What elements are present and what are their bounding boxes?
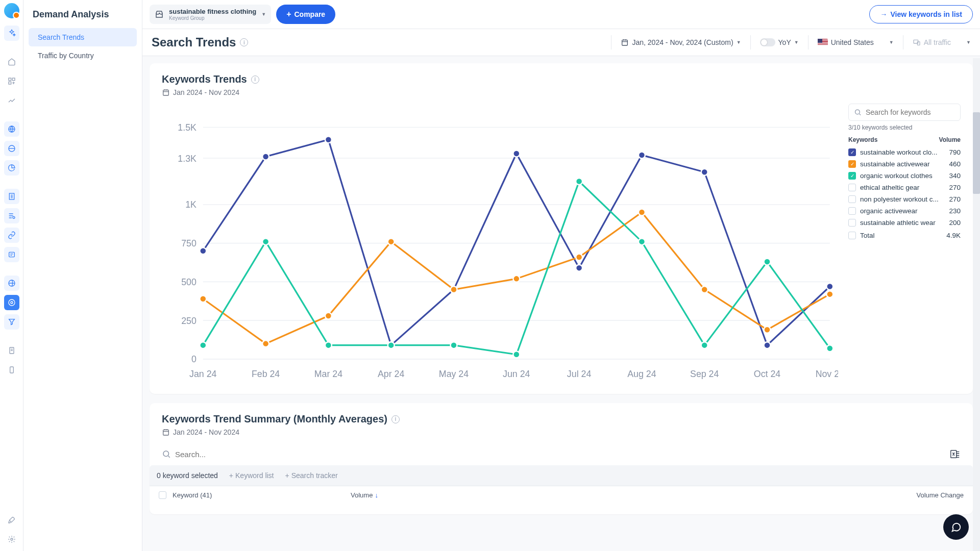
- funnel-icon[interactable]: [4, 314, 19, 330]
- keyword-search[interactable]: [848, 104, 961, 121]
- svg-point-68: [388, 342, 395, 348]
- toggle-switch[interactable]: [760, 38, 775, 46]
- keyword-name: sustainable fitness clothing: [169, 8, 256, 15]
- calendar-icon: [162, 428, 170, 436]
- apps-icon[interactable]: [4, 73, 19, 89]
- svg-point-45: [325, 136, 332, 143]
- building-icon[interactable]: [4, 189, 19, 204]
- legend-label: sustainable activewear: [860, 160, 945, 168]
- checkbox[interactable]: [848, 195, 856, 203]
- globe-icon[interactable]: [4, 121, 19, 137]
- svg-point-60: [576, 254, 582, 260]
- selected-count: 3/10 keywords selected: [848, 124, 961, 131]
- svg-rect-17: [163, 90, 169, 95]
- svg-point-55: [262, 340, 269, 347]
- link-icon[interactable]: [4, 228, 19, 243]
- scrollbar-thumb[interactable]: [973, 112, 980, 194]
- checkbox[interactable]: [848, 184, 856, 191]
- checkbox[interactable]: [848, 207, 856, 215]
- date-range-picker[interactable]: Jan, 2024 - Nov, 2024 (Custom)▼: [621, 38, 741, 46]
- keyword-chip[interactable]: sustainable fitness clothing Keyword Gro…: [150, 5, 271, 24]
- svg-point-50: [639, 152, 645, 159]
- card-title: Keywords Trends: [162, 73, 247, 85]
- chat-fab[interactable]: [943, 514, 969, 540]
- yoy-toggle[interactable]: YoY▼: [760, 38, 799, 46]
- chevron-down-icon: ▼: [261, 12, 266, 17]
- export-excel-icon[interactable]: [949, 448, 961, 460]
- card-icon[interactable]: [4, 247, 19, 262]
- select-all-checkbox[interactable]: [159, 491, 166, 499]
- svg-point-57: [388, 238, 395, 245]
- country-select[interactable]: United States▼: [818, 38, 894, 46]
- top-bar: sustainable fitness clothing Keyword Gro…: [142, 0, 980, 29]
- demand-icon[interactable]: [4, 295, 19, 310]
- svg-point-48: [513, 150, 520, 157]
- chat-icon: [950, 521, 962, 533]
- svg-point-65: [200, 342, 206, 348]
- svg-point-54: [200, 295, 206, 302]
- checkbox[interactable]: ✓: [848, 172, 856, 180]
- compare-button[interactable]: +Compare: [276, 5, 335, 24]
- devices-icon: [913, 38, 921, 46]
- home-icon[interactable]: [4, 54, 19, 69]
- legend-item[interactable]: ethical atheltic gear270: [848, 184, 961, 191]
- svg-rect-77: [163, 430, 169, 436]
- doc-icon[interactable]: [4, 343, 19, 358]
- info-icon[interactable]: i: [251, 76, 259, 84]
- sidenav-item[interactable]: Search Trends: [29, 28, 137, 46]
- summary-search-input[interactable]: [175, 450, 961, 459]
- globe2-icon[interactable]: [4, 141, 19, 156]
- pie-icon[interactable]: [4, 160, 19, 176]
- checkbox[interactable]: [848, 219, 856, 227]
- svg-point-49: [576, 265, 582, 271]
- search-icon: [854, 108, 862, 116]
- svg-point-78: [163, 451, 169, 457]
- search-list-icon[interactable]: [4, 208, 19, 223]
- info-icon[interactable]: i: [240, 38, 248, 46]
- svg-point-67: [325, 342, 332, 348]
- svg-text:Apr 24: Apr 24: [378, 369, 404, 379]
- svg-point-13: [11, 538, 13, 540]
- legend-item[interactable]: sustainable athletic wear200: [848, 219, 961, 227]
- svg-rect-12: [10, 367, 13, 373]
- keyword-search-input[interactable]: [866, 108, 955, 116]
- info-icon[interactable]: i: [391, 415, 400, 423]
- avatar[interactable]: [4, 3, 19, 18]
- checkbox[interactable]: ✓: [848, 160, 856, 168]
- legend-item[interactable]: ✓sustainable activewear460: [848, 160, 961, 168]
- svg-text:Jan 24: Jan 24: [189, 369, 216, 379]
- globe3-icon[interactable]: [4, 276, 19, 291]
- legend-volume: 270: [949, 195, 961, 203]
- legend-label: sustainable workout clo...: [860, 148, 945, 156]
- sidenav-item[interactable]: Traffic by Country: [29, 46, 137, 65]
- sort-arrow-icon[interactable]: ↓: [375, 491, 378, 499]
- trend-icon[interactable]: [4, 93, 19, 108]
- mobile-icon[interactable]: [4, 362, 19, 378]
- traffic-select[interactable]: All traffic▼: [913, 38, 971, 46]
- search-tracker-button[interactable]: +Search tracker: [285, 471, 338, 480]
- svg-point-76: [855, 110, 860, 114]
- svg-text:Jun 24: Jun 24: [503, 369, 530, 379]
- legend-item[interactable]: ✓organic workout clothes340: [848, 172, 961, 180]
- ai-icon[interactable]: [4, 26, 19, 41]
- keyword-list-button[interactable]: +Keyword list: [229, 471, 274, 480]
- legend-label: non polyester workout c...: [860, 195, 945, 203]
- selected-text: 0 keyword selected: [157, 471, 218, 480]
- legend-volume: 200: [949, 219, 961, 227]
- settings-icon[interactable]: [4, 532, 19, 547]
- legend-item[interactable]: non polyester workout c...270: [848, 195, 961, 203]
- rocket-icon[interactable]: [4, 512, 19, 528]
- svg-point-56: [325, 313, 332, 319]
- legend-item[interactable]: organic activewear230: [848, 207, 961, 215]
- view-keywords-button[interactable]: →View keywords in list: [869, 5, 973, 23]
- legend-panel: 3/10 keywords selected KeywordsVolume ✓s…: [848, 104, 961, 384]
- legend-total[interactable]: Total 4.9K: [848, 232, 961, 239]
- svg-point-73: [701, 342, 708, 348]
- checkbox[interactable]: [848, 232, 856, 239]
- legend-item[interactable]: ✓sustainable workout clo...790: [848, 148, 961, 156]
- store-icon: [155, 10, 164, 19]
- checkbox[interactable]: ✓: [848, 148, 856, 156]
- svg-rect-2: [9, 82, 11, 84]
- svg-point-62: [701, 286, 708, 293]
- svg-point-69: [451, 342, 457, 348]
